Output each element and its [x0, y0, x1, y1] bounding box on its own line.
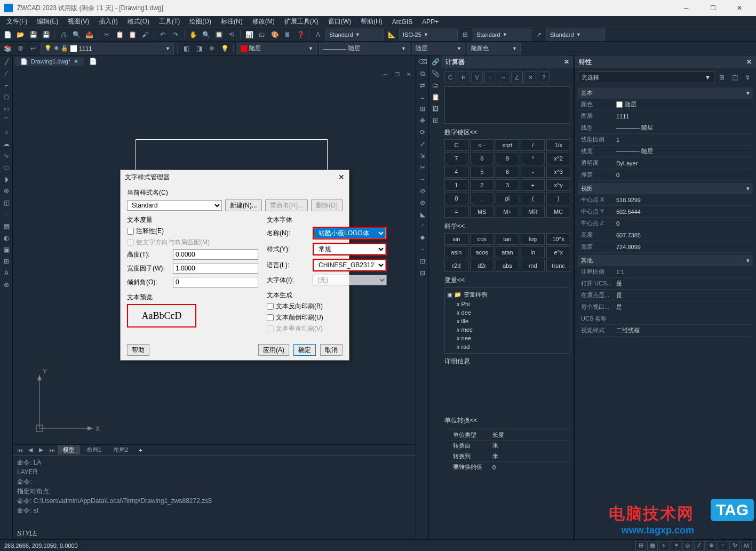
- ok-button[interactable]: 确定: [293, 344, 316, 356]
- arc-icon[interactable]: ⌒: [1, 115, 12, 126]
- menu-item[interactable]: ArcGIS: [388, 17, 417, 27]
- trim-icon[interactable]: ✂: [417, 162, 428, 173]
- rotate-icon[interactable]: ⟳: [417, 127, 428, 138]
- ref1-icon[interactable]: 🔗: [430, 57, 441, 67]
- model-toggle[interactable]: M: [741, 541, 752, 550]
- calc-key[interactable]: .: [470, 193, 494, 204]
- calc-dist-icon[interactable]: ↔: [498, 71, 510, 83]
- plotstyle-dropdown[interactable]: 随颜色▼: [467, 43, 521, 54]
- calc-key[interactable]: acos: [470, 246, 494, 258]
- mdi-close-icon[interactable]: ✕: [404, 69, 413, 79]
- lwt-toggle[interactable]: ≡: [718, 541, 728, 550]
- dyn-toggle[interactable]: ⊕: [706, 541, 717, 550]
- calc-panel-close-icon[interactable]: ✕: [564, 58, 569, 66]
- calc-var-item[interactable]: x ille: [447, 317, 568, 325]
- mdi-restore-icon[interactable]: ❐: [392, 69, 402, 79]
- layer-prev-icon[interactable]: ↩: [28, 43, 38, 54]
- window-close-button[interactable]: ✕: [727, 0, 752, 16]
- window-maximize-button[interactable]: ☐: [701, 0, 725, 16]
- region-icon[interactable]: ▣: [1, 244, 12, 255]
- calc-key[interactable]: x^3: [546, 166, 570, 178]
- apply-button[interactable]: 应用(A): [258, 344, 289, 356]
- calc-key[interactable]: abs: [496, 260, 520, 271]
- calc-var-item[interactable]: x Phi: [447, 300, 568, 308]
- menu-item[interactable]: 窗口(W): [324, 16, 355, 27]
- calc-key[interactable]: 0: [444, 193, 468, 204]
- designcenter-icon[interactable]: 🗂: [257, 29, 267, 40]
- mtext-icon[interactable]: A: [1, 268, 12, 278]
- calc-key[interactable]: 7: [444, 153, 468, 164]
- calc-key[interactable]: MS: [470, 206, 494, 218]
- calc-key[interactable]: *: [521, 153, 545, 164]
- tab-next-icon[interactable]: ▶: [36, 446, 46, 453]
- props-row[interactable]: 每个视口...是: [578, 301, 753, 313]
- calc-var-item[interactable]: x mee: [447, 325, 568, 334]
- calc-key[interactable]: 1/x: [546, 139, 570, 151]
- calc-key[interactable]: ln: [521, 246, 545, 258]
- explode-icon[interactable]: ✸: [417, 233, 428, 243]
- calc-key[interactable]: C: [444, 139, 468, 151]
- dimstyle-icon[interactable]: 📐: [386, 29, 397, 40]
- annotative-checkbox[interactable]: 注释性(E): [127, 227, 258, 236]
- backward-checkbox[interactable]: 文本反向印刷(B): [267, 302, 387, 311]
- calc-key[interactable]: (: [521, 193, 545, 204]
- rectangle-icon[interactable]: ▭: [1, 103, 12, 114]
- props-row[interactable]: 透明度ByLayer: [578, 157, 753, 169]
- tool-palette-icon[interactable]: 🎨: [269, 29, 280, 40]
- calc-var-item[interactable]: x rad: [447, 342, 568, 351]
- ellipsearc-icon[interactable]: ◗: [1, 174, 12, 185]
- insert-icon[interactable]: ⊕: [1, 186, 12, 196]
- calc-clear-icon[interactable]: C: [444, 71, 456, 83]
- undo-icon[interactable]: ↶: [157, 29, 168, 40]
- props-row[interactable]: 线宽———— 随层: [578, 146, 753, 157]
- props-row[interactable]: 厚度0: [578, 169, 753, 181]
- tab-layout2[interactable]: 布局2: [108, 445, 133, 454]
- oblique-input[interactable]: [173, 277, 258, 288]
- pan-icon[interactable]: ✋: [188, 29, 198, 40]
- copy2-icon[interactable]: ⧉: [417, 68, 428, 79]
- revcloud-icon[interactable]: ☁: [1, 139, 12, 149]
- fillet-icon[interactable]: ◜: [417, 221, 428, 231]
- new-style-button[interactable]: 新建(N)...: [225, 199, 262, 211]
- command-input-line[interactable]: STYLE: [13, 530, 416, 539]
- calc-key[interactable]: +: [521, 179, 545, 191]
- dim-style-dropdown[interactable]: ISO-25▼: [399, 29, 458, 41]
- addselected-icon[interactable]: ⊕: [1, 280, 12, 290]
- zoom-icon[interactable]: 🔍: [201, 29, 211, 40]
- help-icon[interactable]: ❓: [295, 29, 306, 40]
- current-style-select[interactable]: Standard: [127, 200, 222, 211]
- ellipse-icon[interactable]: ⬭: [1, 162, 12, 173]
- props-row[interactable]: 中心点 Z0: [578, 218, 753, 229]
- calc-key[interactable]: MC: [546, 206, 570, 218]
- lineweight-dropdown[interactable]: 随层▼: [412, 43, 465, 54]
- menu-item[interactable]: 标注(N): [217, 16, 247, 27]
- mirror-icon[interactable]: ⇄: [417, 80, 428, 91]
- calc-sci-header[interactable]: 科学<<: [444, 222, 570, 231]
- scale-icon[interactable]: ⤢: [417, 139, 428, 149]
- document-tab[interactable]: 📄 Drawing1.dwg* ✕: [15, 57, 84, 66]
- calc-vars-header[interactable]: 变量<<: [444, 276, 570, 285]
- help-button[interactable]: 帮助: [127, 344, 149, 356]
- font-name-select[interactable]: 站酷小薇LOGO体: [314, 228, 386, 238]
- calc-key[interactable]: M+: [496, 206, 520, 218]
- ref3-icon[interactable]: 🗂: [430, 80, 441, 91]
- linetype-dropdown[interactable]: ————随层▼: [319, 43, 410, 54]
- preview-icon[interactable]: 🔍: [71, 29, 82, 40]
- tab-prev-icon[interactable]: ◀: [26, 446, 35, 453]
- zoom-prev-icon[interactable]: ⟲: [226, 29, 237, 40]
- polyline-icon[interactable]: ⌐: [1, 80, 12, 91]
- mleader-style-dropdown[interactable]: Standard▼: [546, 29, 605, 41]
- props-row[interactable]: 在原点显...是: [578, 290, 753, 301]
- calc-history-icon[interactable]: H: [458, 71, 469, 83]
- props-section-header[interactable]: 视图▾: [578, 183, 753, 194]
- props-select-dropdown[interactable]: 无选择▼: [578, 71, 714, 83]
- menu-item[interactable]: 文件(F): [2, 16, 31, 27]
- layer-freeze-icon[interactable]: ❄: [206, 43, 217, 54]
- tab-close-icon[interactable]: ✕: [74, 58, 78, 65]
- calc-var-item[interactable]: x nee: [447, 334, 568, 342]
- otrack-toggle[interactable]: ∠: [694, 541, 705, 550]
- ortho-toggle[interactable]: ⊾: [659, 541, 670, 550]
- xline-icon[interactable]: ∕: [1, 68, 12, 79]
- calc-key[interactable]: 8: [470, 153, 494, 164]
- textstyle-icon[interactable]: A: [313, 29, 323, 40]
